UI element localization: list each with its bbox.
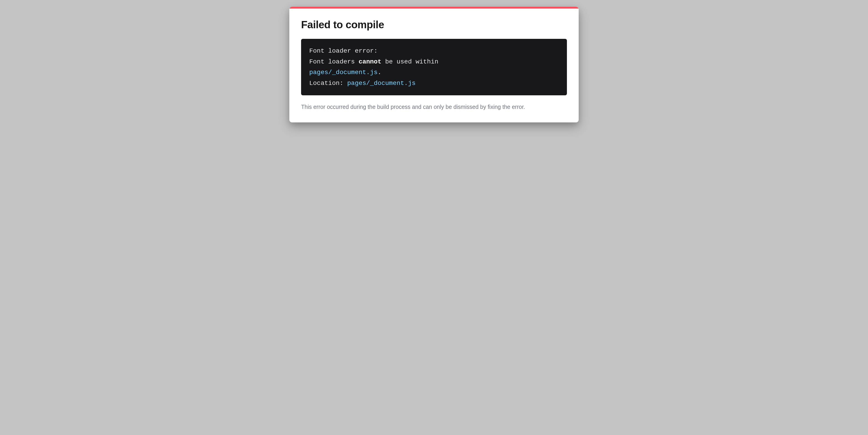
code-path: pages/_document.js [309,69,377,76]
code-text: . [377,69,381,76]
code-line-3: pages/_document.js. [309,67,559,78]
code-bold-text: cannot [359,58,381,65]
error-content: Failed to compile Font loader error: Fon… [289,8,579,123]
code-text: Font loaders [309,58,359,65]
error-overlay-card: Failed to compile Font loader error: Fon… [289,7,579,123]
code-line-4: Location: pages/_document.js [309,78,559,89]
error-footer-text: This error occurred during the build pro… [301,102,567,112]
code-text: be used within [381,58,438,65]
code-text: Location: [309,80,347,87]
code-line-1: Font loader error: [309,46,559,57]
error-title: Failed to compile [301,19,567,31]
error-accent-bar [289,7,579,8]
code-path: pages/_document.js [347,80,415,87]
code-line-2: Font loaders cannot be used within [309,57,559,67]
error-code-block: Font loader error: Font loaders cannot b… [301,39,567,95]
